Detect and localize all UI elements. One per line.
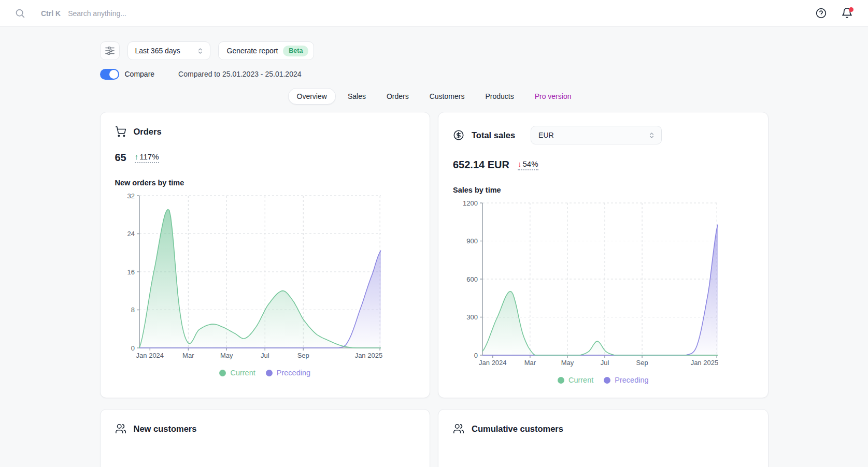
svg-text:24: 24 — [127, 230, 134, 238]
tab-sales[interactable]: Sales — [339, 88, 375, 105]
svg-text:May: May — [220, 352, 233, 359]
toggle-knob — [109, 70, 118, 79]
beta-badge: Beta — [283, 46, 308, 56]
legend-item-current[interactable]: Current — [219, 369, 255, 377]
analytics-page: Last 365 days Generate report Beta Compa… — [100, 41, 769, 467]
total-sales-card: Total sales EUR 652.14 EUR ↓ 54% Sales b… — [438, 112, 769, 398]
compare-label: Compare — [125, 70, 155, 78]
svg-text:Jul: Jul — [260, 352, 269, 359]
search-placeholder: Search anything... — [68, 9, 126, 18]
svg-text:1200: 1200 — [463, 199, 478, 207]
search-input[interactable]: Ctrl K Search anything... — [15, 8, 814, 19]
svg-text:Mar: Mar — [182, 352, 194, 359]
svg-text:May: May — [561, 359, 574, 367]
date-range-select[interactable]: Last 365 days — [127, 41, 210, 60]
select-caret-icon — [647, 131, 656, 140]
legend-item-preceding[interactable]: Preceding — [604, 376, 648, 384]
arrow-down-icon: ↓ — [518, 159, 522, 168]
tab-orders[interactable]: Orders — [378, 88, 418, 105]
svg-text:900: 900 — [466, 237, 478, 245]
cumulative-customers-card: Cumulative customers — [438, 409, 769, 467]
svg-text:0: 0 — [131, 344, 134, 352]
orders-delta-value: 117% — [139, 152, 159, 161]
orders-delta[interactable]: ↑ 117% — [135, 152, 159, 163]
svg-text:16: 16 — [127, 268, 134, 276]
svg-text:Sep: Sep — [297, 352, 309, 359]
compare-toggle[interactable] — [100, 69, 119, 80]
sales-chart: 03006009001200Jan 2024MarMayJulSepJan 20… — [453, 198, 753, 371]
cart-icon — [115, 126, 126, 137]
orders-chart-title: New orders by time — [115, 179, 416, 187]
sliders-icon — [105, 46, 115, 55]
orders-card: Orders 65 ↑ 117% New orders by time 0816… — [100, 112, 431, 398]
currency-select[interactable]: EUR — [531, 126, 662, 144]
tab-pro-version[interactable]: Pro version — [526, 88, 580, 105]
svg-text:32: 32 — [127, 192, 134, 200]
select-caret-icon — [196, 47, 205, 55]
preceding-dot-icon — [266, 370, 273, 376]
help-button[interactable] — [814, 7, 828, 20]
notification-dot — [849, 7, 853, 12]
generate-report-label: Generate report — [227, 47, 278, 55]
total-sales-delta[interactable]: ↓ 54% — [518, 159, 538, 170]
orders-chart: 08162432Jan 2024MarMayJulSepJan 2025 — [115, 191, 416, 363]
tab-products[interactable]: Products — [476, 88, 522, 105]
total-sales-value: 652.14 EUR — [453, 159, 509, 171]
preceding-dot-icon — [604, 377, 610, 384]
svg-text:Jan 2024: Jan 2024 — [136, 352, 164, 359]
search-shortcut: Ctrl K — [41, 9, 61, 18]
sales-chart-title: Sales by time — [453, 186, 753, 194]
legend-item-preceding[interactable]: Preceding — [266, 369, 310, 377]
current-dot-icon — [558, 377, 564, 384]
users-icon — [453, 423, 464, 434]
total-sales-card-title: Total sales — [472, 130, 515, 140]
help-icon — [815, 7, 827, 19]
new-customers-card: New customers — [100, 409, 431, 467]
svg-text:Mar: Mar — [524, 359, 536, 367]
svg-text:Jan 2025: Jan 2025 — [354, 352, 382, 359]
sales-chart-legend: Current Preceding — [453, 376, 753, 384]
tab-customers[interactable]: Customers — [421, 88, 474, 105]
dollar-icon — [453, 129, 464, 141]
generate-report-button[interactable]: Generate report Beta — [218, 41, 315, 60]
svg-text:0: 0 — [474, 352, 478, 359]
orders-card-title: Orders — [134, 127, 162, 137]
current-dot-icon — [219, 370, 226, 376]
currency-value: EUR — [538, 131, 554, 139]
orders-chart-legend: Current Preceding — [115, 369, 416, 377]
svg-text:Jan 2024: Jan 2024 — [479, 359, 507, 367]
svg-text:Sep: Sep — [636, 359, 648, 367]
new-customers-card-title: New customers — [134, 424, 197, 434]
notifications-button[interactable] — [840, 7, 853, 20]
svg-text:300: 300 — [466, 313, 478, 321]
cumulative-customers-card-title: Cumulative customers — [472, 424, 563, 434]
section-tabs: Overview Sales Orders Customers Products… — [100, 88, 769, 105]
arrow-up-icon: ↑ — [135, 152, 139, 161]
users-icon — [115, 423, 126, 434]
orders-value: 65 — [115, 152, 126, 164]
search-icon — [15, 8, 25, 19]
total-sales-delta-value: 54% — [522, 159, 538, 168]
compare-caption: Compared to 25.01.2023 - 25.01.2024 — [178, 70, 301, 78]
legend-item-current[interactable]: Current — [558, 376, 593, 384]
filters-button[interactable] — [100, 41, 120, 60]
svg-text:8: 8 — [131, 306, 134, 314]
tab-overview[interactable]: Overview — [288, 88, 336, 105]
date-range-value: Last 365 days — [135, 47, 180, 55]
svg-text:Jul: Jul — [601, 359, 609, 367]
svg-text:600: 600 — [466, 275, 478, 283]
top-bar: Ctrl K Search anything... — [0, 0, 868, 27]
svg-text:Jan 2025: Jan 2025 — [691, 359, 719, 367]
